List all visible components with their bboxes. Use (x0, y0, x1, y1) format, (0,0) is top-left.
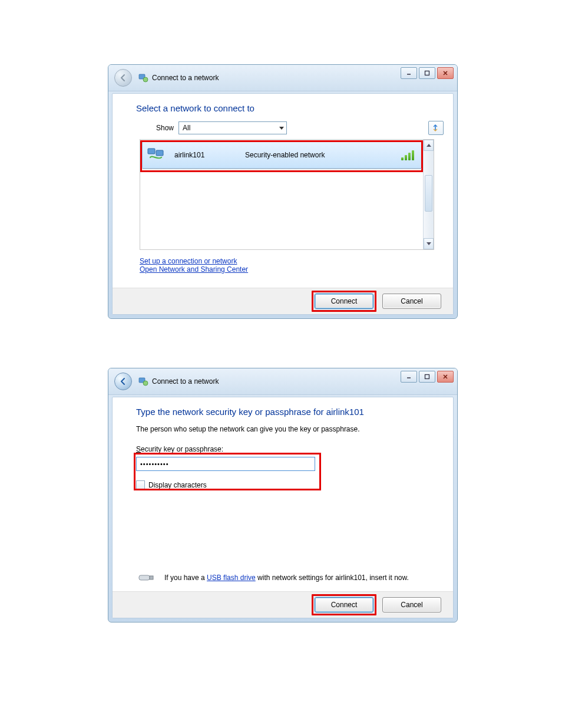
show-label: Show (156, 124, 174, 132)
refresh-button[interactable] (428, 121, 444, 135)
svg-rect-10 (139, 575, 150, 580)
refresh-icon (432, 124, 440, 132)
dialog-footer: Connect Cancel (113, 288, 453, 314)
security-key-input[interactable]: •••••••••• (136, 457, 315, 471)
connect-button[interactable]: Connect (315, 294, 373, 309)
svg-point-7 (143, 381, 148, 386)
minimize-button[interactable] (401, 67, 417, 79)
network-globe-icon (138, 376, 148, 387)
minimize-button[interactable] (401, 371, 417, 383)
dialog-footer: Connect Cancel (113, 591, 453, 618)
usb-flash-drive-link[interactable]: USB flash drive (207, 574, 256, 582)
back-button[interactable] (114, 373, 132, 390)
display-characters-row: Display characters (136, 480, 437, 489)
scroll-down-button[interactable] (424, 238, 434, 249)
connect-network-select-window: Connect to a network Select a network to… (108, 64, 458, 319)
svg-rect-3 (425, 71, 429, 75)
highlight-annotation: Connect (312, 291, 376, 312)
select-network-heading: Select a network to connect to (136, 103, 437, 113)
open-network-center-link[interactable]: Open Network and Sharing Center (140, 265, 248, 274)
connect-button[interactable]: Connect (315, 597, 373, 612)
network-security: Security-enabled network (245, 151, 325, 159)
cancel-button[interactable]: Cancel (382, 294, 441, 309)
network-item-airlink101[interactable]: airlink101 Security-enabled network (142, 141, 422, 169)
maximize-button[interactable] (419, 371, 435, 383)
titlebar: Connect to a network (108, 65, 457, 91)
show-filter-row: Show All (156, 121, 437, 134)
show-filter-dropdown[interactable]: All (178, 121, 287, 134)
setup-connection-link[interactable]: Set up a connection or network (140, 257, 237, 265)
window-controls (401, 371, 454, 383)
show-filter-value: All (183, 124, 190, 132)
highlight-annotation: Connect (312, 594, 376, 615)
svg-rect-11 (150, 576, 153, 579)
cancel-button[interactable]: Cancel (382, 597, 441, 612)
client-area: Type the network security key or passphr… (112, 397, 454, 618)
passphrase-subtext: The person who setup the network can giv… (136, 425, 437, 433)
back-button (114, 69, 132, 87)
security-key-value: •••••••••• (140, 460, 169, 467)
svg-rect-5 (156, 150, 163, 156)
chevron-down-icon (279, 127, 284, 130)
network-globe-icon (138, 73, 148, 83)
triangle-down-icon (427, 242, 431, 245)
passphrase-heading: Type the network security key or passphr… (136, 407, 437, 417)
usb-hint-text: If you have a USB flash drive with netwo… (164, 574, 409, 582)
client-area: Select a network to connect to Show All (112, 93, 454, 315)
svg-rect-9 (425, 375, 429, 379)
titlebar: Connect to a network (108, 368, 457, 395)
window-controls (401, 67, 454, 79)
svg-point-1 (143, 77, 148, 82)
network-list[interactable]: airlink101 Security-enabled network (140, 139, 434, 250)
window-title: Connect to a network (152, 377, 219, 386)
bottom-links: Set up a connection or network Open Netw… (140, 257, 437, 274)
security-key-label: Security key or passphrase: (136, 445, 437, 453)
signal-strength-icon (401, 150, 414, 160)
scroll-up-button[interactable] (424, 140, 434, 151)
maximize-button[interactable] (419, 67, 435, 79)
close-button[interactable] (437, 67, 454, 79)
network-type-icon (147, 147, 165, 163)
usb-hint-row: If you have a USB flash drive with netwo… (137, 572, 409, 583)
usb-drive-icon (137, 572, 155, 583)
display-characters-checkbox[interactable] (136, 480, 145, 489)
close-button[interactable] (437, 371, 454, 383)
window-title: Connect to a network (152, 74, 219, 82)
row-separator (142, 169, 422, 169)
svg-rect-4 (148, 149, 155, 154)
connect-network-passphrase-window: Connect to a network Type the network se… (108, 368, 458, 622)
triangle-up-icon (427, 144, 431, 147)
scroll-thumb[interactable] (425, 175, 432, 212)
display-characters-label: Display characters (148, 481, 207, 489)
list-scrollbar[interactable] (423, 140, 434, 249)
network-name: airlink101 (174, 151, 245, 159)
